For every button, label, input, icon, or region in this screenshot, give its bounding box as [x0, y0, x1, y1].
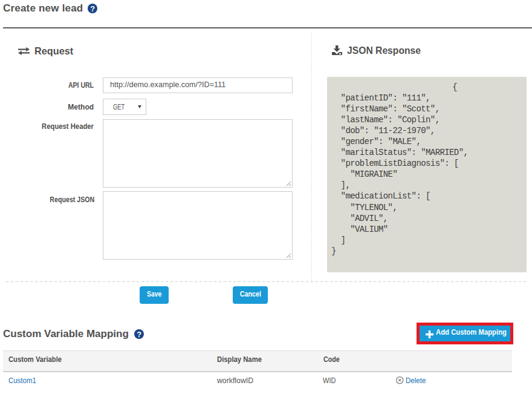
svg-text:?: ?	[90, 4, 95, 13]
svg-text:?: ?	[137, 330, 141, 339]
